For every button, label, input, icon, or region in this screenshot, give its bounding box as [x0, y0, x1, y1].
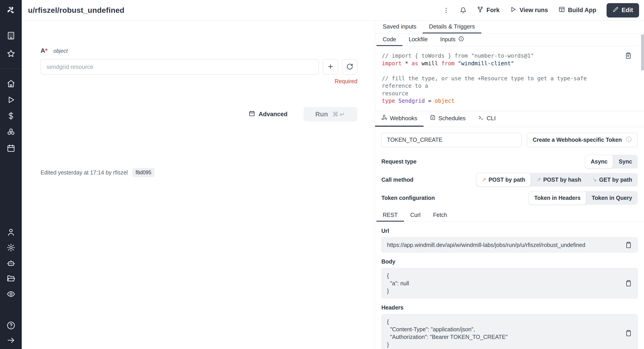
kebab-menu-icon[interactable] [443, 7, 450, 14]
layout-icon [558, 6, 565, 14]
headers-value: { "Content-Type": "application/json", "A… [387, 318, 620, 348]
webhook-icon [382, 115, 387, 122]
resource-input[interactable] [40, 59, 319, 75]
body-label: Body [382, 258, 638, 265]
windmill-logo[interactable] [0, 0, 22, 21]
home-icon[interactable] [6, 79, 16, 88]
request-type-segmented: Async Sync [585, 155, 638, 168]
runs-play-icon[interactable] [6, 95, 16, 104]
tab-fetch[interactable]: Fetch [427, 209, 454, 222]
settings-gear-icon[interactable] [6, 243, 16, 252]
tab-lockfile[interactable]: Lockfile [402, 34, 434, 46]
sidebar-secondary-nav [6, 228, 16, 298]
run-button[interactable]: Run ⌘↵ [304, 107, 358, 121]
page-title: u/rfiszel/robust_undefined [28, 6, 124, 15]
url-label: Url [382, 228, 638, 234]
call-method-label: Call method [382, 177, 414, 183]
resources-boxes-icon[interactable] [6, 128, 16, 137]
calendar-icon [248, 110, 255, 118]
fork-button[interactable]: Fork [477, 6, 500, 14]
run-shortcut-keys: ⌘↵ [332, 111, 346, 118]
url-section: Url https://app.windmill.dev/api/w/windm… [375, 222, 644, 252]
token-config-segmented: Token in Headers Token in Query [528, 191, 638, 205]
headers-box: { "Content-Type": "application/json", "A… [382, 314, 638, 349]
headers-section: Headers { "Content-Type": "application/j… [375, 298, 644, 349]
code-section: // import { toWords } from "number-to-wo… [375, 46, 644, 111]
token-config-option-query[interactable]: Token in Query [586, 191, 638, 205]
edit-button[interactable]: Edit [606, 3, 639, 18]
copy-code-button[interactable] [625, 52, 632, 59]
tab-saved-inputs[interactable]: Saved inputs [376, 21, 422, 34]
form-actions-row: Advanced Run ⌘↵ [40, 107, 358, 121]
request-type-option-sync[interactable]: Sync [613, 155, 638, 168]
tab-webhooks[interactable]: Webhooks [375, 111, 424, 127]
call-method-row: Call method ↗ POST by path ↗ POST by has… [375, 171, 644, 189]
collapse-arrow-icon[interactable] [6, 336, 16, 345]
request-type-option-async[interactable]: Async [585, 155, 613, 168]
refresh-resource-button[interactable] [342, 59, 358, 75]
panel-scrollbar[interactable] [641, 35, 644, 71]
token-config-row: Token configuration Token in Headers Tok… [375, 189, 644, 207]
tab-details-triggers[interactable]: Details & Triggers [422, 21, 481, 34]
edited-text: Edited yesterday at 17:14 by rfiszel [40, 169, 128, 176]
body-section: Body { "a": null } [375, 252, 644, 298]
notifications-bell-icon[interactable] [460, 7, 466, 14]
token-config-option-headers[interactable]: Token in Headers [528, 191, 586, 205]
run-label: Run [315, 111, 328, 118]
version-hash-badge[interactable]: f8d095 [132, 168, 154, 177]
triggers-tabbar: Webhooks Schedules CLI [375, 111, 644, 127]
add-resource-button[interactable] [323, 59, 338, 75]
advanced-button[interactable]: Advanced [248, 110, 288, 118]
tab-code[interactable]: Code [376, 34, 402, 46]
call-method-option-get-by-path[interactable]: ↘ GET by path [587, 173, 638, 187]
code-content: // import { toWords } from "number-to-wo… [382, 52, 619, 105]
copy-body-button[interactable] [625, 280, 632, 287]
tab-cli[interactable]: CLI [472, 111, 502, 127]
folders-icon[interactable] [6, 274, 16, 283]
url-box: https://app.windmill.dev/api/w/windmill-… [382, 237, 638, 252]
tab-inputs[interactable]: Inputs [434, 34, 470, 46]
pencil-icon [613, 7, 619, 14]
arrow-up-right-icon: ↗ [536, 177, 541, 183]
favorites-star-icon[interactable] [6, 49, 16, 58]
workers-bot-icon[interactable] [6, 259, 16, 268]
schedules-calendar-icon[interactable] [6, 144, 16, 153]
body-box: { "a": null } [382, 268, 638, 298]
copy-url-button[interactable] [625, 241, 632, 248]
tab-rest[interactable]: REST [376, 209, 404, 222]
clipboard-copy-icon [625, 57, 632, 60]
user-icon[interactable] [6, 228, 16, 237]
refresh-icon [346, 63, 353, 71]
run-form-panel: A* object Required [22, 21, 375, 349]
play-icon [510, 6, 516, 14]
token-input[interactable] [382, 133, 522, 147]
workspace-building-icon[interactable] [6, 31, 16, 40]
variables-dollar-icon[interactable] [6, 112, 16, 120]
call-method-option-post-by-path[interactable]: ↗ POST by path [476, 173, 531, 187]
top-header: u/rfiszel/robust_undefined Fork [22, 0, 644, 21]
arrow-down-right-icon: ↘ [592, 177, 597, 183]
call-method-option-post-by-hash[interactable]: ↗ POST by hash [531, 173, 587, 187]
terminal-icon [478, 115, 484, 122]
code-tabbar: Code Lockfile Inputs [375, 34, 644, 46]
copy-headers-button[interactable] [625, 329, 632, 337]
call-method-segmented: ↗ POST by path ↗ POST by hash ↘ GET by p… [476, 173, 638, 187]
app-root: u/rfiszel/robust_undefined Fork [0, 0, 644, 349]
arrow-up-right-icon: ↗ [482, 177, 486, 183]
field-type-label: object [53, 48, 68, 54]
url-value: https://app.windmill.dev/api/w/windmill-… [387, 241, 620, 249]
snippet-tabbar: REST Curl Fetch [375, 209, 644, 222]
clipboard-icon [625, 334, 632, 337]
help-icon[interactable] [6, 321, 16, 330]
build-app-button[interactable]: Build App [558, 6, 596, 14]
create-webhook-token-button[interactable]: Create a Webhook-specific Token [527, 133, 638, 147]
sidebar-divider [0, 69, 22, 69]
audit-eye-icon[interactable] [6, 289, 16, 298]
panel-tabbar: Saved inputs Details & Triggers [375, 21, 644, 34]
sidebar-primary-nav [6, 79, 16, 153]
clipboard-icon [625, 284, 632, 287]
view-runs-button[interactable]: View runs [510, 6, 548, 14]
info-circle-icon [626, 136, 632, 144]
tab-schedules[interactable]: Schedules [424, 111, 472, 127]
tab-curl[interactable]: Curl [404, 209, 427, 222]
